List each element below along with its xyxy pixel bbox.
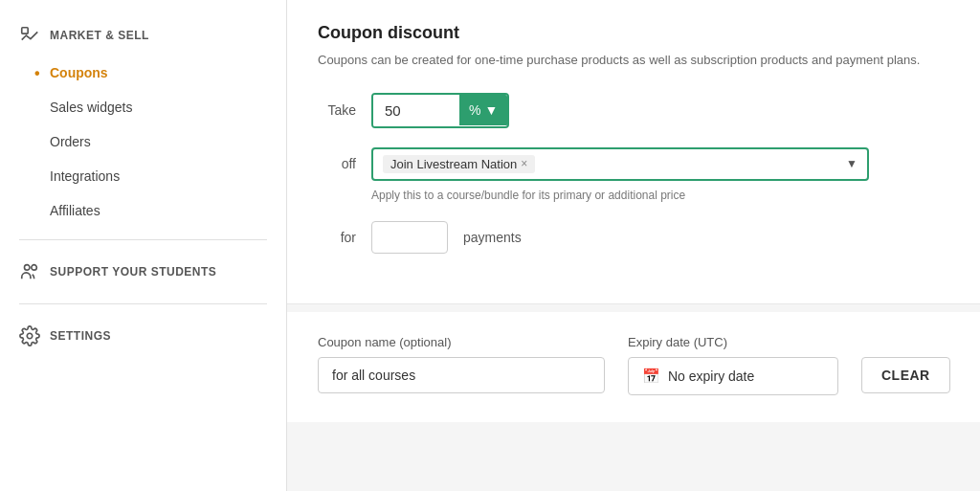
off-select-container[interactable]: Join Livestream Nation × ▼: [371, 147, 869, 181]
calendar-icon: 📅: [642, 368, 660, 385]
sidebar-item-affiliates[interactable]: Affiliates: [0, 193, 286, 228]
sidebar-item-label: Coupons: [50, 65, 108, 80]
take-dropdown-value: %: [469, 102, 480, 118]
users-icon: [19, 261, 40, 282]
off-helper-text: Apply this to a course/bundle for its pr…: [371, 189, 949, 202]
market-sell-label: MARKET & SELL: [50, 29, 149, 42]
main-content: Coupon discount Coupons can be created f…: [287, 0, 980, 491]
off-select-inner: Join Livestream Nation ×: [383, 155, 846, 173]
sidebar-item-coupons[interactable]: Coupons: [0, 56, 286, 90]
sidebar-item-sales-widgets[interactable]: Sales widgets: [0, 90, 286, 124]
sidebar-item-label: Integrations: [50, 168, 120, 184]
settings-section: SETTINGS: [0, 316, 286, 356]
sidebar: MARKET & SELL Coupons Sales widgets Orde…: [0, 0, 287, 491]
coupon-name-card: Coupon name (optional) Expiry date (UTC)…: [287, 312, 980, 422]
expiry-date-group: Expiry date (UTC) 📅 No expiry date: [628, 335, 838, 395]
take-value-input[interactable]: [373, 95, 459, 126]
take-row: Take % ▼: [318, 93, 949, 128]
expiry-input-group[interactable]: 📅 No expiry date: [628, 357, 838, 395]
support-students-label: SUPPORT YOUR STUDENTS: [50, 265, 216, 279]
svg-point-2: [32, 265, 37, 271]
gear-icon: [19, 325, 40, 346]
expiry-date-label: Expiry date (UTC): [628, 335, 838, 349]
off-tag-item: Join Livestream Nation ×: [383, 155, 535, 173]
for-label: for: [318, 230, 356, 245]
take-label: Take: [318, 102, 356, 118]
sidebar-item-integrations[interactable]: Integrations: [0, 159, 286, 193]
section-title: Coupon discount: [318, 23, 949, 43]
svg-point-3: [27, 333, 33, 339]
sidebar-item-label: Orders: [50, 134, 91, 149]
market-sell-section: MARKET & SELL: [0, 15, 286, 56]
clear-button[interactable]: CLEAR: [861, 357, 950, 393]
off-label: off: [318, 156, 356, 171]
chart-icon: [19, 25, 40, 46]
clear-button-group: . CLEAR: [861, 335, 950, 393]
expiry-value: No expiry date: [668, 368, 754, 384]
support-students-section: SUPPORT YOUR STUDENTS: [0, 252, 286, 292]
svg-rect-0: [22, 28, 28, 33]
sidebar-item-label: Sales widgets: [50, 100, 132, 115]
off-row: off Join Livestream Nation × ▼: [318, 147, 949, 181]
dropdown-arrow-icon: ▼: [484, 102, 498, 118]
payments-label: payments: [463, 230, 522, 245]
settings-label: SETTINGS: [50, 329, 111, 343]
for-value-input[interactable]: [371, 221, 448, 254]
tag-close-icon[interactable]: ×: [521, 157, 527, 170]
coupon-name-input[interactable]: [318, 357, 605, 393]
coupon-form-grid: Coupon name (optional) Expiry date (UTC)…: [318, 335, 949, 395]
for-row: for payments: [318, 221, 949, 254]
take-input-group: % ▼: [371, 93, 509, 128]
off-select-arrow-icon: ▼: [846, 157, 858, 170]
off-tag-label: Join Livestream Nation: [390, 157, 517, 171]
coupon-name-label: Coupon name (optional): [318, 335, 605, 349]
coupon-name-group: Coupon name (optional): [318, 335, 605, 393]
sidebar-item-orders[interactable]: Orders: [0, 124, 286, 159]
section-desc: Coupons can be created for one-time purc…: [318, 51, 949, 70]
take-dropdown[interactable]: % ▼: [459, 95, 507, 125]
sidebar-divider-1: [19, 239, 267, 240]
sidebar-item-label: Affiliates: [50, 203, 100, 218]
coupon-discount-card: Coupon discount Coupons can be created f…: [287, 0, 980, 304]
sidebar-divider-2: [19, 303, 267, 304]
svg-point-1: [25, 265, 31, 271]
